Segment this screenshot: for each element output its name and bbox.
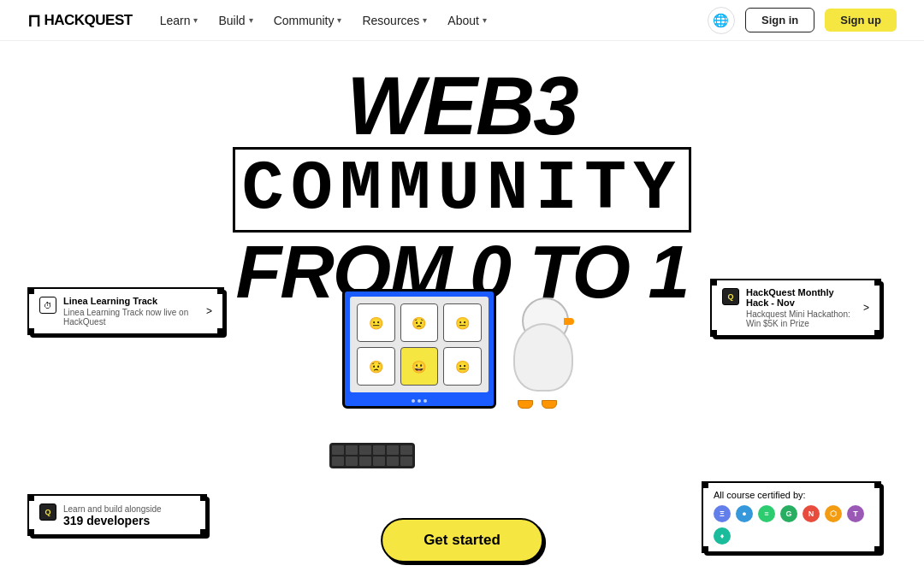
face-icon-3: 😐 xyxy=(443,303,482,342)
face-icon-6: 😐 xyxy=(443,347,482,386)
linea-icon: ⏱ xyxy=(39,297,56,314)
monitor-dots xyxy=(412,399,427,403)
linea-arrow-icon: > xyxy=(206,305,212,317)
cert-logo-2: ≡ xyxy=(758,505,775,522)
hackquest-title: HackQuest Monthly Hack - Nov xyxy=(746,287,851,308)
developers-count: 319 developers xyxy=(63,514,162,527)
hero-title: WEB3 COMMUNITY FROM 0 TO 1 xyxy=(0,65,924,312)
developers-icon: Q xyxy=(39,504,56,521)
duck-beak xyxy=(564,318,574,325)
hackquest-arrow-icon: > xyxy=(863,302,869,314)
face-icon-2: 😟 xyxy=(400,303,439,342)
get-started-button[interactable]: Get started xyxy=(381,518,543,562)
face-icon-4: 😟 xyxy=(357,347,395,386)
developers-card-content: Learn and build alongside 319 developers xyxy=(63,503,162,527)
hackquest-icon: Q xyxy=(722,288,739,305)
cert-logo-5: ⬡ xyxy=(825,505,842,522)
nav-community[interactable]: Community ▾ xyxy=(274,14,342,27)
face-icon-5: 😀 xyxy=(400,347,439,386)
linea-title: Linea Learning Track xyxy=(63,296,194,306)
signup-button[interactable]: Sign up xyxy=(825,9,897,32)
nav-build[interactable]: Build ▾ xyxy=(218,14,252,27)
chevron-down-icon: ▾ xyxy=(423,15,427,25)
hero-line1: WEB3 xyxy=(0,65,924,147)
hero-line2: COMMUNITY xyxy=(233,147,692,233)
duck-feet xyxy=(518,400,557,409)
cert-logo-0: Ξ xyxy=(714,505,731,522)
duck-foot-right xyxy=(542,400,557,409)
monitor-icon: 😐 😟 😐 😟 😀 😐 xyxy=(342,289,496,409)
cert-logo-1: ● xyxy=(736,505,753,522)
navbar: ⊓ HACKQUEST Learn ▾ Build ▾ Community ▾ … xyxy=(0,0,924,41)
cert-logo-4: N xyxy=(803,505,820,522)
chevron-down-icon: ▾ xyxy=(193,15,198,25)
main-content: WEB3 COMMUNITY FROM 0 TO 1 😐 😟 😐 😟 😀 😐 xyxy=(0,41,924,583)
linea-card-content: Linea Learning Track Linea Learning Trac… xyxy=(63,296,194,327)
card-certified: All course certified by: Ξ●≡GN⬡T♦ xyxy=(702,481,881,553)
nav-learn[interactable]: Learn ▾ xyxy=(160,14,198,27)
cta-area: Get started xyxy=(381,518,543,562)
certified-label: All course certified by: xyxy=(714,490,869,500)
hackquest-subtitle: Hackquest Mini Hackathon: Win $5K in Pri… xyxy=(746,309,851,328)
chevron-down-icon: ▾ xyxy=(337,15,341,25)
nav-actions: 🌐 Sign in Sign up xyxy=(708,7,897,34)
card-hackquest: Q HackQuest Monthly Hack - Nov Hackquest… xyxy=(710,279,881,337)
card-linea: ⏱ Linea Learning Track Linea Learning Tr… xyxy=(27,287,224,335)
nav-links: Learn ▾ Build ▾ Community ▾ Resources ▾ … xyxy=(160,14,708,27)
illustration-area: 😐 😟 😐 😟 😀 😐 xyxy=(325,280,599,486)
nav-about[interactable]: About ▾ xyxy=(447,14,487,27)
duck-mascot xyxy=(505,297,590,417)
cert-logo-6: T xyxy=(847,505,864,522)
keyboard-icon xyxy=(329,443,415,468)
developers-label: Learn and build alongside xyxy=(63,504,162,514)
monitor-screen: 😐 😟 😐 😟 😀 😐 xyxy=(350,297,489,392)
logo-text: HACKQUEST xyxy=(44,12,133,29)
linea-subtitle: Linea Learning Track now live on HackQue… xyxy=(63,308,194,327)
cert-logo-3: G xyxy=(780,505,797,522)
duck-body xyxy=(513,323,573,392)
logo[interactable]: ⊓ HACKQUEST xyxy=(27,10,133,31)
face-icon-1: 😐 xyxy=(357,303,395,342)
chevron-down-icon: ▾ xyxy=(249,15,253,25)
cert-logos: Ξ●≡GN⬡T♦ xyxy=(714,505,869,545)
nav-resources[interactable]: Resources ▾ xyxy=(362,14,427,27)
logo-icon: ⊓ xyxy=(27,10,41,31)
hackquest-card-content: HackQuest Monthly Hack - Nov Hackquest M… xyxy=(746,287,851,328)
language-button[interactable]: 🌐 xyxy=(708,7,735,34)
duck-foot-left xyxy=(518,400,533,409)
cert-logo-7: ♦ xyxy=(714,527,731,545)
certified-content: All course certified by: Ξ●≡GN⬡T♦ xyxy=(714,490,869,545)
chevron-down-icon: ▾ xyxy=(483,15,487,25)
signin-button[interactable]: Sign in xyxy=(745,8,814,32)
card-developers: Q Learn and build alongside 319 develope… xyxy=(27,494,207,536)
